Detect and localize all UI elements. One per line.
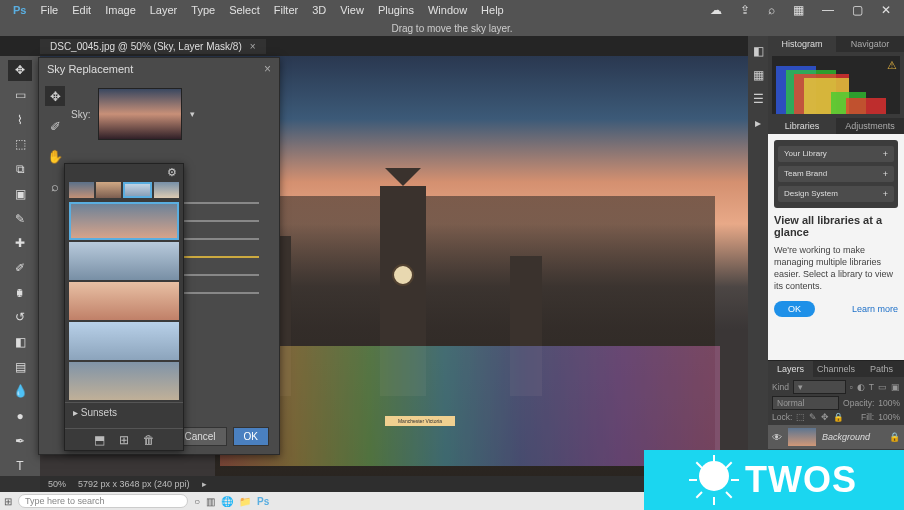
workspace-icon[interactable]: ▦ xyxy=(788,2,809,18)
menu-file[interactable]: File xyxy=(35,3,63,17)
move-tool[interactable]: ✥ xyxy=(8,60,32,81)
menu-help[interactable]: Help xyxy=(476,3,509,17)
preset-mini-thumb[interactable] xyxy=(69,182,94,198)
dialog-move-tool[interactable]: ✥ xyxy=(45,86,65,106)
taskbar-photoshop-icon[interactable]: Ps xyxy=(257,496,269,507)
sky-thumbnail[interactable] xyxy=(98,88,182,140)
window-minimize-icon[interactable]: — xyxy=(817,2,839,18)
filter-adjust-icon[interactable]: ◐ xyxy=(857,382,865,392)
libraries-ok-button[interactable]: OK xyxy=(774,301,815,317)
brush-tool[interactable]: ✐ xyxy=(8,258,32,279)
menu-type[interactable]: Type xyxy=(186,3,220,17)
preset-mini-thumb[interactable] xyxy=(96,182,121,198)
menu-filter[interactable]: Filter xyxy=(269,3,303,17)
add-icon[interactable]: + xyxy=(883,169,888,179)
menu-view[interactable]: View xyxy=(335,3,369,17)
layer-row[interactable]: 👁 Background 🔒 xyxy=(768,425,904,449)
layer-thumbnail[interactable] xyxy=(788,428,816,446)
menu-3d[interactable]: 3D xyxy=(307,3,331,17)
search-icon[interactable]: ⌕ xyxy=(763,2,780,18)
preset-thumb[interactable] xyxy=(69,362,179,400)
taskbar-app-icon[interactable]: 🌐 xyxy=(221,496,233,507)
tab-navigator[interactable]: Navigator xyxy=(836,36,904,52)
preset-mini-thumb-selected[interactable] xyxy=(123,182,152,198)
dialog-hand-tool[interactable]: ✋ xyxy=(45,146,65,166)
collapse-panel-icon[interactable]: ▸ xyxy=(751,116,765,130)
eraser-tool[interactable]: ◧ xyxy=(8,332,32,353)
learn-more-link[interactable]: Learn more xyxy=(852,304,898,314)
fill-value[interactable]: 100% xyxy=(878,412,900,422)
lasso-tool[interactable]: ⌇ xyxy=(8,109,32,130)
add-icon[interactable]: + xyxy=(883,189,888,199)
zoom-level[interactable]: 50% xyxy=(48,479,66,489)
start-icon[interactable]: ⊞ xyxy=(4,496,12,507)
filter-pixel-icon[interactable]: ▫ xyxy=(850,382,853,392)
layer-filter-select[interactable]: ▾ xyxy=(793,380,846,394)
share-icon[interactable]: ⇪ xyxy=(735,2,755,18)
tab-adjustments[interactable]: Adjustments xyxy=(836,118,904,134)
chevron-down-icon[interactable]: ▾ xyxy=(190,109,195,119)
stamp-tool[interactable]: ⧯ xyxy=(8,282,32,303)
tab-layers[interactable]: Layers xyxy=(768,361,813,377)
type-tool[interactable]: T xyxy=(8,455,32,476)
marquee-tool[interactable]: ▭ xyxy=(8,85,32,106)
window-close-icon[interactable]: ✕ xyxy=(876,2,896,18)
preset-thumb[interactable] xyxy=(69,322,179,360)
cloud-icon[interactable]: ☁ xyxy=(705,2,727,18)
taskbar-search[interactable]: Type here to search xyxy=(18,494,188,508)
gradient-tool[interactable]: ▤ xyxy=(8,356,32,377)
history-brush-tool[interactable]: ↺ xyxy=(8,307,32,328)
close-tab-icon[interactable]: × xyxy=(250,41,256,52)
library-row[interactable]: Team Brand+ xyxy=(778,166,894,182)
delete-preset-icon[interactable]: 🗑 xyxy=(143,433,155,447)
window-maximize-icon[interactable]: ▢ xyxy=(847,2,868,18)
visibility-icon[interactable]: 👁 xyxy=(772,432,782,443)
filter-type-icon[interactable]: T xyxy=(869,382,874,392)
tab-channels[interactable]: Channels xyxy=(813,361,859,377)
filter-smart-icon[interactable]: ▣ xyxy=(891,382,900,392)
pen-tool[interactable]: ✒ xyxy=(8,431,32,452)
gear-icon[interactable]: ⚙ xyxy=(167,166,177,179)
document-tab[interactable]: DSC_0045.jpg @ 50% (Sky, Layer Mask/8) × xyxy=(40,39,266,54)
eyedropper-tool[interactable]: ✎ xyxy=(8,208,32,229)
properties-panel-icon[interactable]: ☰ xyxy=(751,92,765,106)
healing-tool[interactable]: ✚ xyxy=(8,233,32,254)
swatches-panel-icon[interactable]: ▦ xyxy=(751,68,765,82)
tab-histogram[interactable]: Histogram xyxy=(768,36,836,52)
dialog-close-icon[interactable]: × xyxy=(264,62,271,76)
dialog-brush-tool[interactable]: ✐ xyxy=(45,116,65,136)
preset-thumb[interactable] xyxy=(69,282,179,320)
tab-libraries[interactable]: Libraries xyxy=(768,118,836,134)
lock-icon[interactable]: 🔒 xyxy=(889,432,900,442)
chevron-right-icon[interactable]: ▸ xyxy=(202,479,207,489)
selection-tool[interactable]: ⬚ xyxy=(8,134,32,155)
menu-select[interactable]: Select xyxy=(224,3,265,17)
menu-plugins[interactable]: Plugins xyxy=(373,3,419,17)
ok-button[interactable]: OK xyxy=(233,427,269,446)
lock-position-icon[interactable]: ✥ xyxy=(821,412,829,422)
crop-tool[interactable]: ⧉ xyxy=(8,159,32,180)
dodge-tool[interactable]: ● xyxy=(8,406,32,427)
menu-layer[interactable]: Layer xyxy=(145,3,183,17)
library-row[interactable]: Design System+ xyxy=(778,186,894,202)
preset-thumb-selected[interactable] xyxy=(69,202,179,240)
taskbar-taskview-icon[interactable]: ▥ xyxy=(206,496,215,507)
library-row[interactable]: Your Library+ xyxy=(778,146,894,162)
lock-pixel-icon[interactable]: ✎ xyxy=(809,412,817,422)
preset-mini-thumb[interactable] xyxy=(154,182,179,198)
new-preset-icon[interactable]: ⊞ xyxy=(119,433,129,447)
blur-tool[interactable]: 💧 xyxy=(8,381,32,402)
preset-thumb[interactable] xyxy=(69,242,179,280)
filter-shape-icon[interactable]: ▭ xyxy=(878,382,887,392)
tab-paths[interactable]: Paths xyxy=(859,361,904,377)
menu-edit[interactable]: Edit xyxy=(67,3,96,17)
frame-tool[interactable]: ▣ xyxy=(8,184,32,205)
preset-folder[interactable]: Sunsets xyxy=(65,402,183,422)
blend-mode-select[interactable]: Normal xyxy=(772,396,839,410)
color-panel-icon[interactable]: ◧ xyxy=(751,44,765,58)
lock-all-icon[interactable]: ⬚ xyxy=(796,412,805,422)
menu-window[interactable]: Window xyxy=(423,3,472,17)
import-icon[interactable]: ⬒ xyxy=(94,433,105,447)
taskbar-cortana-icon[interactable]: ○ xyxy=(194,496,200,507)
lock-full-icon[interactable]: 🔒 xyxy=(833,412,844,422)
